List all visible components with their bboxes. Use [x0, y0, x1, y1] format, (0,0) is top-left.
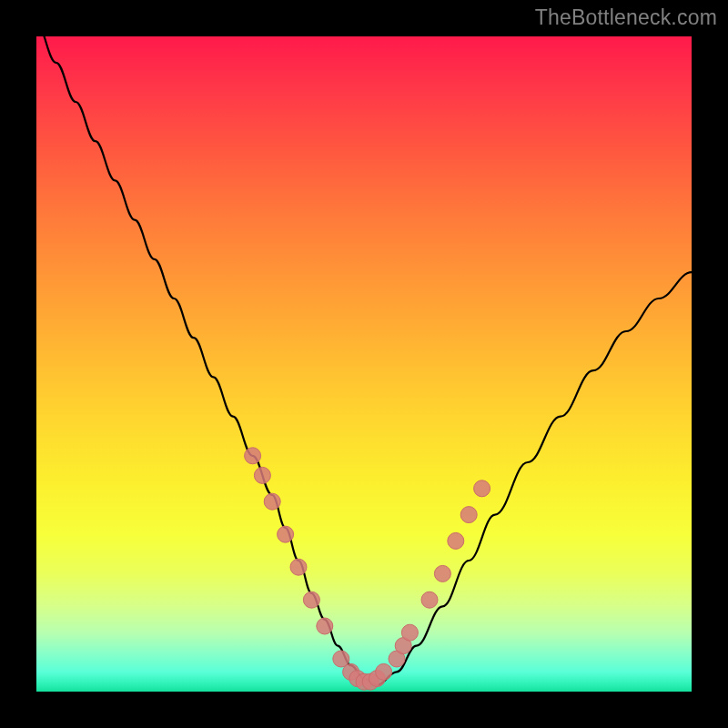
watermark-text: TheBottleneck.com: [535, 5, 717, 30]
chart-stage: TheBottleneck.com: [0, 0, 728, 728]
plot-gradient-background: [36, 36, 692, 692]
